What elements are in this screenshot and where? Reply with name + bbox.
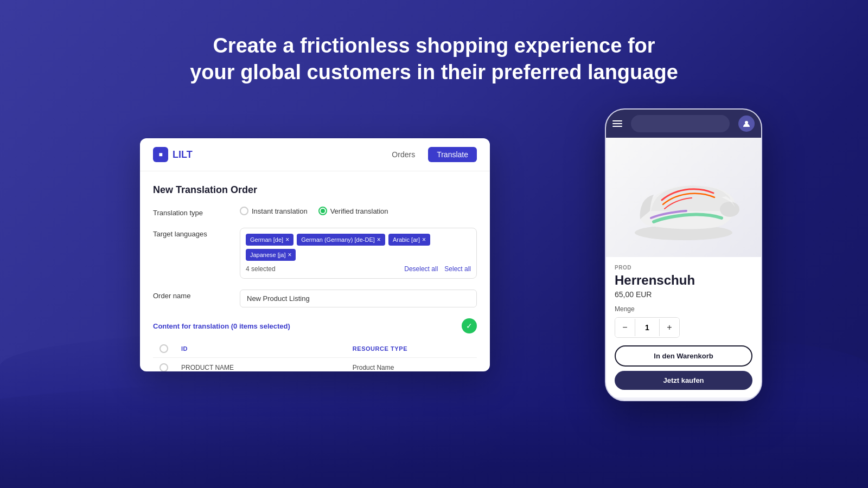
translation-type-options: Instant translation Verified translation: [240, 207, 477, 215]
add-to-cart-button[interactable]: In den Warenkorb: [615, 345, 752, 367]
col-resource-type-header: RESOURCE TYPE: [346, 340, 477, 358]
verified-radio[interactable]: [318, 207, 327, 215]
quantity-increase-button[interactable]: +: [660, 318, 679, 337]
phone-product-image: [606, 138, 761, 257]
instant-translation-option[interactable]: Instant translation: [240, 207, 308, 215]
quantity-label: Menge: [615, 305, 752, 313]
lilt-panel-header: ■ LILT Orders Translate: [140, 138, 490, 171]
row-id-1: PRODUCT NAME: [175, 358, 346, 372]
lang-tags: German [de] × German (Germany) [de-DE] ×…: [246, 234, 471, 261]
lang-tag-ja[interactable]: Japanese [ja] ×: [246, 249, 296, 261]
svg-point-2: [720, 202, 739, 217]
lilt-logo: ■ LILT: [153, 147, 193, 162]
col-id-header: ID: [175, 340, 346, 358]
buy-now-button[interactable]: Jetzt kaufen: [615, 371, 752, 390]
row-checkbox-1[interactable]: [159, 363, 168, 371]
quantity-control: − 1 +: [615, 317, 680, 338]
phone-search-bar[interactable]: [631, 115, 730, 132]
order-name-input[interactable]: [240, 290, 477, 307]
phone-status-bar: [606, 110, 761, 138]
verified-label: Verified translation: [330, 207, 388, 215]
lang-tags-box[interactable]: German [de] × German (Germany) [de-DE] ×…: [240, 228, 477, 279]
table-row: PRODUCT NAME Product Name: [153, 358, 477, 372]
table-header-checkbox[interactable]: [159, 344, 168, 353]
phone-user-avatar: [738, 115, 755, 132]
confirm-check-icon[interactable]: ✓: [462, 318, 477, 333]
prod-name: Herrenschuh: [615, 273, 752, 288]
content-section: Content for translation (0 items selecte…: [153, 318, 477, 371]
lilt-panel-body: New Translation Order Translation type I…: [140, 171, 490, 371]
lang-tag-de[interactable]: German [de] ×: [246, 234, 293, 246]
content-title: Content for translation (0 items selecte…: [153, 322, 290, 330]
translation-type-label: Translation type: [153, 207, 240, 217]
quantity-decrease-button[interactable]: −: [615, 318, 635, 337]
instant-label: Instant translation: [252, 207, 308, 215]
prod-label: PROD: [615, 265, 752, 271]
lang-meta: 4 selected Deselect all Select all: [246, 265, 471, 273]
translate-nav-button[interactable]: Translate: [428, 147, 477, 162]
target-languages-label: Target languages: [153, 228, 240, 238]
order-name-row: Order name: [153, 290, 477, 307]
verified-translation-option[interactable]: Verified translation: [318, 207, 388, 215]
lilt-nav: Orders Translate: [383, 147, 477, 162]
translation-type-content: Instant translation Verified translation: [240, 207, 477, 215]
row-resource-1: Product Name: [346, 358, 477, 372]
content-table: ID RESOURCE TYPE PRODUCT NAME Product Na…: [153, 340, 477, 371]
instant-radio[interactable]: [240, 207, 248, 215]
target-languages-content: German [de] × German (Germany) [de-DE] ×…: [240, 228, 477, 279]
remove-de-de-tag[interactable]: ×: [377, 236, 381, 243]
deselect-all-button[interactable]: Deselect all: [404, 265, 438, 273]
lang-actions: Deselect all Select all: [404, 265, 471, 273]
selected-count: 4 selected: [246, 265, 276, 273]
remove-ar-tag[interactable]: ×: [422, 236, 426, 243]
quantity-value: 1: [635, 319, 660, 336]
header-section: Create a frictionless shopping experienc…: [190, 33, 678, 86]
lang-tag-de-de[interactable]: German (Germany) [de-DE] ×: [297, 234, 385, 246]
lang-tag-ar[interactable]: Arabic [ar] ×: [388, 234, 430, 246]
remove-de-tag[interactable]: ×: [285, 236, 289, 243]
orders-nav-button[interactable]: Orders: [383, 147, 424, 162]
phone-product-info: PROD Herrenschuh 65,00 EUR Menge − 1 + I…: [606, 257, 761, 397]
prod-price: 65,00 EUR: [615, 290, 752, 299]
phone-mockup: PROD Herrenschuh 65,00 EUR Menge − 1 + I…: [605, 108, 762, 401]
order-name-label: Order name: [153, 290, 240, 300]
lilt-logo-text: LILT: [173, 149, 193, 160]
hamburger-icon[interactable]: [612, 120, 622, 127]
translation-type-row: Translation type Instant translation Ver…: [153, 207, 477, 217]
lilt-panel: ■ LILT Orders Translate New Translation …: [140, 138, 490, 371]
target-languages-row: Target languages German [de] × German (G…: [153, 228, 477, 279]
select-all-button[interactable]: Select all: [444, 265, 471, 273]
order-name-content: [240, 290, 477, 307]
lilt-logo-icon: ■: [153, 147, 168, 162]
headline: Create a frictionless shopping experienc…: [190, 33, 678, 86]
remove-ja-tag[interactable]: ×: [288, 251, 291, 259]
content-header: Content for translation (0 items selecte…: [153, 318, 477, 333]
sneaker-svg: [624, 149, 743, 246]
panel-title: New Translation Order: [153, 184, 477, 196]
